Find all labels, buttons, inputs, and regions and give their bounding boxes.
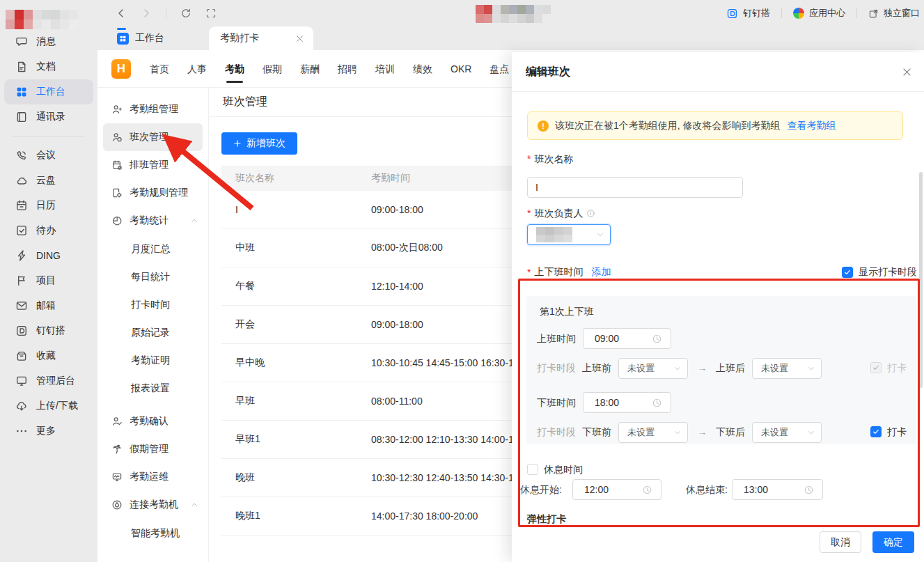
nav-leave[interactable]: 假期 — [253, 50, 291, 88]
dialog-scrollbar[interactable] — [919, 172, 923, 388]
after-on-select[interactable]: 未设置 — [752, 358, 822, 379]
menu-attendance-rules[interactable]: 考勤规则管理 — [97, 179, 208, 207]
menu-monthly-summary[interactable]: 月度汇总 — [97, 235, 208, 263]
menu-shift-management[interactable]: 班次管理 — [103, 123, 203, 151]
menu-raw-records[interactable]: 原始记录 — [97, 318, 208, 346]
flexible-punch-section-title: 弹性打卡 — [527, 513, 566, 524]
off-punch-period-label: 打卡时段 — [537, 426, 576, 439]
after-off-select[interactable]: 未设置 — [752, 422, 822, 443]
nav-back-icon[interactable] — [116, 8, 127, 19]
work-time-label: 上下班时间 — [534, 266, 583, 279]
nav-performance[interactable]: 绩效 — [404, 50, 441, 88]
clock-icon — [804, 485, 814, 495]
sidebar-item-messages[interactable]: 消息 — [0, 29, 97, 54]
rules-icon — [111, 187, 123, 198]
warning-icon: ! — [538, 120, 549, 132]
menu-connect-machine[interactable]: 连接考勤机 — [97, 491, 208, 519]
sidebar-item-contacts[interactable]: 通讯录 — [0, 104, 97, 130]
work-time-row: * 上下班时间 添加 显示打卡时段 — [527, 266, 917, 279]
add-work-time-link[interactable]: 添加 — [591, 266, 611, 279]
sidebar-item-clouddrive[interactable]: 云盘 — [0, 168, 97, 193]
meeting-icon — [15, 149, 28, 162]
rest-start-input[interactable]: 12:00 — [572, 479, 661, 500]
chevron-up-icon — [190, 501, 198, 509]
calendar-icon — [15, 199, 28, 212]
close-dialog-icon[interactable] — [902, 67, 912, 77]
view-attendance-group-link[interactable]: 查看考勤组 — [788, 120, 836, 132]
topright-dingtalk-build[interactable]: 钉钉搭 — [726, 7, 770, 19]
dingtalk-build-icon — [15, 325, 28, 337]
nav-training[interactable]: 培训 — [366, 50, 404, 88]
sidebar-item-project[interactable]: 项目 — [0, 268, 97, 293]
rest-time-label: 休息时间 — [544, 464, 583, 476]
nav-okr[interactable]: OKR — [441, 50, 480, 88]
menu-attendance-groups[interactable]: 考勤组管理 — [97, 95, 208, 123]
add-shift-button[interactable]: 新增班次 — [221, 132, 297, 155]
sidebar-item-transfer[interactable]: 上传/下载 — [0, 393, 97, 419]
first-shift-title: 第1次上下班 — [540, 306, 594, 318]
sidebar-item-meeting[interactable]: 会议 — [0, 143, 97, 168]
rest-time-checkbox[interactable] — [527, 464, 538, 475]
refresh-icon[interactable] — [180, 8, 191, 19]
clock-icon — [652, 334, 662, 344]
topright-app-center[interactable]: 应用中心 — [793, 7, 845, 19]
arrow-right-glyph: → — [698, 363, 707, 373]
on-punch-checkbox[interactable] — [870, 362, 882, 373]
nav-recruit[interactable]: 招聘 — [329, 50, 366, 88]
menu-report-settings[interactable]: 报表设置 — [97, 374, 208, 402]
on-time-input[interactable]: 09:00 — [583, 328, 671, 349]
menu-daily-stats[interactable]: 每日统计 — [97, 263, 208, 290]
machine-icon — [111, 499, 123, 510]
screenshot-icon[interactable] — [205, 8, 217, 19]
off-time-input[interactable]: 18:00 — [583, 392, 671, 413]
sidebar-item-admin[interactable]: 管理后台 — [0, 368, 97, 393]
ops-icon — [111, 471, 123, 483]
app-logo: H — [111, 59, 131, 79]
menu-attendance-stats[interactable]: 考勤统计 — [97, 207, 208, 235]
tab-workbench[interactable]: 工作台 — [107, 26, 174, 50]
shift-owner-select[interactable] — [527, 224, 611, 245]
sidebar-item-calendar[interactable]: 日历 — [0, 193, 97, 218]
sidebar-item-favorites[interactable]: 收藏 — [0, 343, 97, 368]
close-tab-icon[interactable] — [295, 34, 304, 43]
nav-attendance[interactable]: 考勤 — [216, 50, 253, 88]
menu-attendance-proof[interactable]: 考勤证明 — [97, 346, 208, 374]
menu-scheduling[interactable]: 排班管理 — [97, 151, 208, 179]
nav-hr[interactable]: 人事 — [178, 50, 216, 88]
confirm-icon — [111, 416, 123, 427]
off-punch-checkbox[interactable] — [870, 426, 882, 437]
nav-payroll[interactable]: 薪酬 — [291, 50, 329, 88]
topright-popout-window[interactable]: 独立窗口 — [868, 7, 920, 19]
menu-attendance-ops[interactable]: 考勤运维 — [97, 463, 208, 491]
tab-attendance[interactable]: 考勤打卡 — [209, 26, 313, 50]
menu-leave-management[interactable]: 假期管理 — [97, 435, 208, 463]
vacation-icon — [111, 444, 123, 455]
before-off-select[interactable]: 未设置 — [618, 422, 688, 443]
menu-punch-times[interactable]: 打卡时间 — [97, 290, 208, 318]
before-off-label: 下班前 — [582, 426, 611, 439]
sidebar-item-todo[interactable]: 待办 — [0, 218, 97, 243]
clock-icon — [642, 485, 652, 495]
sidebar-item-ding[interactable]: DING — [0, 243, 97, 268]
nav-forward-icon[interactable] — [141, 8, 152, 19]
nav-home[interactable]: 首页 — [141, 50, 178, 88]
confirm-button[interactable]: 确定 — [872, 531, 914, 553]
shift-name-input[interactable]: I — [527, 177, 743, 198]
toolbar-divider — [781, 8, 782, 18]
rest-end-input[interactable]: 13:00 — [732, 479, 823, 500]
attendance-menu: 考勤组管理 班次管理 排班管理 考勤规则管理 考勤统计 月度汇总 每日统计 打卡… — [97, 88, 209, 562]
cancel-button[interactable]: 取消 — [820, 531, 861, 553]
clock-icon — [652, 398, 662, 408]
sidebar-item-docs[interactable]: 文档 — [0, 54, 97, 79]
warning-text: 该班次正在被1个考勤组使用, 修改将会影响到考勤组 — [555, 120, 781, 132]
menu-attendance-confirm[interactable]: 考勤确认 — [97, 407, 208, 435]
show-punch-period-checkbox[interactable] — [842, 267, 853, 278]
sidebar-item-more[interactable]: 更多 — [0, 419, 97, 444]
menu-smart-machine[interactable]: 智能考勤机 — [97, 519, 208, 547]
sidebar-item-dingtalk-build[interactable]: 钉钉搭 — [0, 318, 97, 343]
group-icon — [111, 104, 123, 115]
sidebar-item-mail[interactable]: 邮箱 — [0, 293, 97, 318]
workbench-icon — [15, 86, 28, 98]
sidebar-item-workbench[interactable]: 工作台 — [4, 79, 93, 104]
before-on-select[interactable]: 未设置 — [618, 358, 688, 379]
